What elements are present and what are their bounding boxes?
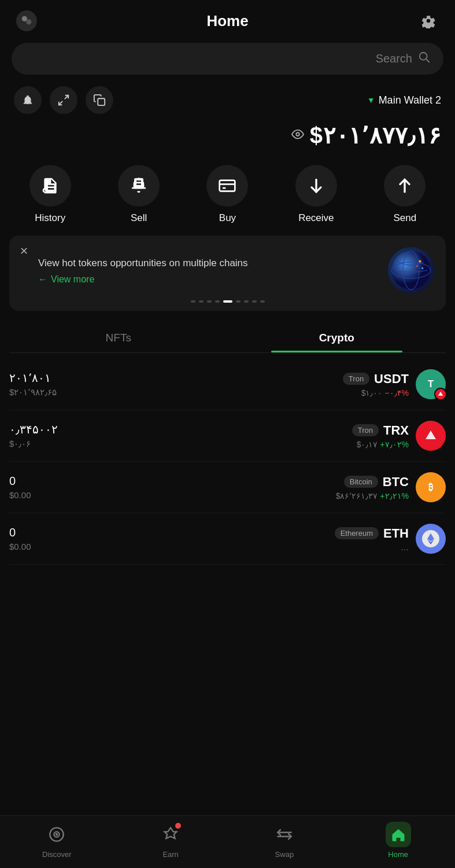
visibility-toggle[interactable] [291, 128, 304, 144]
home-label: Home [388, 850, 408, 859]
trx-left: ۰٫۳۴۵۰۰۲ $۰٫۰۶ [9, 422, 58, 449]
nav-swap[interactable]: Swap [228, 822, 342, 859]
usdt-icon-stack: T [416, 369, 446, 399]
page-title: Home [206, 12, 248, 30]
wallet-action-icons [14, 86, 113, 114]
eth-amount: 0 [9, 526, 31, 539]
tron-overlay-icon [434, 388, 447, 400]
btc-right: Bitcoin BTC $۸۶٬۲۶۱٫۳۷ +۲٫۲۱% ₿ [336, 472, 446, 502]
dot-5 [236, 300, 241, 303]
btc-amount: 0 [9, 475, 31, 488]
btc-usd: $0.00 [9, 490, 31, 500]
dot-2 [207, 300, 212, 303]
dot-4 [223, 300, 232, 303]
receive-label: Receive [298, 212, 334, 224]
earn-icon [158, 822, 183, 847]
svg-rect-12 [220, 181, 235, 192]
sell-icon-circle [118, 165, 160, 207]
buy-action[interactable]: Buy [206, 165, 248, 224]
send-action[interactable]: Send [384, 165, 426, 224]
total-balance: $۲۰۱٬۸۷۷٫۱۶ [310, 122, 441, 149]
tab-crypto[interactable]: Crypto [228, 323, 446, 352]
receive-icon-circle [295, 165, 337, 207]
nav-home[interactable]: Home [341, 822, 455, 859]
usdt-chain: Tron [343, 373, 369, 385]
banner-image [388, 247, 434, 293]
copy-button[interactable] [86, 86, 113, 114]
home-icon [386, 822, 411, 847]
svg-point-1 [26, 19, 31, 24]
banner-text: View hot tokens opportunities on multipl… [38, 256, 381, 271]
crypto-list: ۲۰۱٬۸۰۱ $۲۰۱٬۹۸۲٫۶۵ Tron USDT $۱٫۰۰ −۰٫۴… [0, 353, 455, 571]
wallet-selector[interactable]: ▼ Main Wallet 2 [367, 94, 441, 106]
svg-rect-10 [136, 181, 141, 182]
btc-info: Bitcoin BTC $۸۶٬۲۶۱٫۳۷ +۲٫۲۱% [336, 475, 409, 501]
svg-point-22 [421, 267, 424, 270]
eth-chain: Ethereum [335, 527, 379, 539]
trx-price: $۰٫۱۷ [357, 440, 378, 449]
history-action[interactable]: History [29, 165, 71, 224]
btc-icon: ₿ [416, 472, 446, 502]
buy-icon-circle [206, 165, 248, 207]
dot-0 [191, 300, 195, 303]
svg-line-4 [65, 95, 68, 99]
svg-point-8 [42, 188, 47, 193]
search-bar[interactable]: Search [12, 43, 443, 75]
trx-usd: $۰٫۰۶ [9, 439, 58, 449]
arrow-left-icon: ← [38, 274, 47, 285]
btc-left: 0 $0.00 [9, 475, 31, 500]
header: Home [0, 0, 455, 37]
notification-button[interactable] [14, 86, 42, 114]
eth-price: … [401, 543, 409, 552]
swap-icon [272, 822, 297, 847]
crypto-item-trx[interactable]: ۰٫۳۴۵۰۰۲ $۰٫۰۶ Tron TRX $۰٫۱۷ +۷٫۰۲% [9, 410, 446, 462]
expand-button[interactable] [50, 86, 77, 114]
trx-change: +۷٫۰۲% [380, 440, 409, 449]
btc-chain: Bitcoin [344, 476, 378, 488]
crypto-item-btc[interactable]: 0 $0.00 Bitcoin BTC $۸۶٬۲۶۱٫۳۷ +۲٫۲۱% [9, 462, 446, 513]
crypto-item-eth[interactable]: 0 $0.00 Ethereum ETH … [9, 513, 446, 565]
btc-price-row: $۸۶٬۲۶۱٫۳۷ +۲٫۲۱% [336, 491, 409, 501]
usdt-info: Tron USDT $۱٫۰۰ −۰٫۴% [343, 372, 409, 398]
wallet-row: ▼ Main Wallet 2 [0, 83, 455, 116]
app-logo [16, 10, 37, 31]
buy-label: Buy [219, 212, 236, 224]
bottom-nav: Discover Earn Swap Home [0, 815, 455, 868]
wallet-name: Main Wallet 2 [379, 94, 441, 106]
dot-1 [199, 300, 204, 303]
svg-line-3 [426, 59, 429, 62]
banner-dots [21, 300, 434, 303]
svg-rect-11 [136, 183, 141, 185]
usdt-price: $۱٫۰۰ [361, 388, 383, 398]
trx-right: Tron TRX $۰٫۱۷ +۷٫۰۲% [352, 421, 446, 451]
settings-button[interactable] [418, 10, 439, 31]
svg-point-21 [416, 266, 418, 267]
svg-point-7 [296, 133, 299, 136]
banner-view-more[interactable]: ← View more [38, 274, 381, 285]
history-label: History [35, 212, 65, 224]
dot-6 [244, 300, 249, 303]
crypto-item-usdt[interactable]: ۲۰۱٬۸۰۱ $۲۰۱٬۹۸۲٫۶۵ Tron USDT $۱٫۰۰ −۰٫۴… [9, 359, 446, 410]
dot-7 [252, 300, 257, 303]
svg-rect-6 [98, 98, 105, 105]
tab-nfts[interactable]: NFTs [9, 323, 228, 352]
view-more-label: View more [51, 274, 94, 285]
nav-earn[interactable]: Earn [114, 822, 228, 859]
usdt-right: Tron USDT $۱٫۰۰ −۰٫۴% T [343, 369, 446, 399]
svg-point-20 [419, 260, 421, 263]
btc-symbol: BTC [383, 475, 409, 490]
banner-close-button[interactable]: ✕ [20, 245, 28, 258]
history-icon-circle [29, 165, 71, 207]
trx-symbol: TRX [383, 423, 409, 438]
sell-action[interactable]: Sell [118, 165, 160, 224]
trx-amount: ۰٫۳۴۵۰۰۲ [9, 422, 58, 436]
receive-action[interactable]: Receive [295, 165, 337, 224]
nav-discover[interactable]: Discover [0, 822, 114, 859]
trx-icon [416, 421, 446, 451]
search-icon [418, 51, 431, 67]
usdt-amount: ۲۰۱٬۸۰۱ [9, 371, 57, 385]
earn-badge [175, 823, 181, 829]
svg-text:₿: ₿ [428, 481, 433, 492]
trx-chain: Tron [352, 424, 379, 436]
promo-banner: ✕ View hot tokens opportunities on multi… [9, 236, 446, 311]
